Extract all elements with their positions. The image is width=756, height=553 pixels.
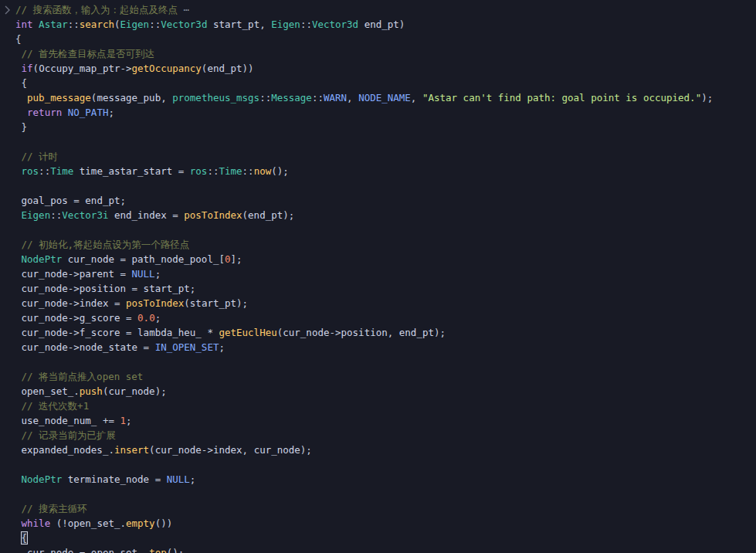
code-line[interactable]: { (15, 32, 756, 46)
code-token: . (120, 517, 126, 529)
code-token: , (161, 92, 172, 103)
code-token: position (341, 327, 388, 338)
code-line[interactable]: cur_node->f_score = lambda_heu_ * getEuc… (15, 325, 756, 340)
code-token: cur_node (22, 327, 68, 338)
code-token: (); (167, 547, 185, 553)
code-line[interactable]: // 初始化,将起始点设为第一个路径点 (15, 237, 756, 252)
code-token: :: (39, 165, 50, 177)
code-token: terminate_node (68, 473, 149, 485)
code-token (15, 63, 22, 74)
code-line[interactable]: cur_node->parent = NULL; (15, 266, 756, 281)
code-token (15, 517, 22, 529)
code-token: // 计时 (15, 151, 58, 162)
code-line[interactable]: // 搜索函数，输入为：起始点及终点 ⋯ (15, 2, 756, 17)
code-token: end_pt (399, 327, 434, 338)
code-token: -> (68, 327, 80, 338)
code-line[interactable] (15, 178, 756, 193)
code-token (15, 547, 27, 553)
code-token: search (80, 19, 114, 30)
code-token: NO_PATH (68, 107, 109, 118)
code-line[interactable]: // 迭代次数+1 (15, 399, 756, 413)
code-token: g_score (80, 312, 120, 324)
code-token: cur_node (68, 253, 114, 265)
code-line[interactable] (15, 487, 756, 501)
code-line[interactable]: // 搜索主循环 (15, 501, 756, 516)
code-line[interactable]: open_set_.push(cur_node); (15, 384, 756, 399)
code-line[interactable]: NodePtr terminate_node = NULL; (15, 472, 756, 487)
code-editor[interactable]: // 搜索函数，输入为：起始点及终点 ⋯int Astar::search(Ei… (0, 0, 756, 553)
code-token (108, 209, 114, 221)
code-line[interactable]: if(Occupy_map_ptr->getOccupancy(end_pt)) (15, 61, 756, 76)
code-line[interactable]: NodePtr cur_node = path_node_pool_[0]; (15, 252, 756, 266)
code-line[interactable] (15, 457, 756, 472)
code-token: end_pt (85, 195, 120, 206)
code-line[interactable] (15, 355, 756, 369)
code-line[interactable]: cur_node = open_set_.top(); (15, 545, 756, 553)
code-token: = (126, 283, 144, 294)
code-token: = (172, 165, 190, 177)
code-line[interactable]: goal_pos = end_pt; (15, 193, 756, 208)
code-line[interactable] (15, 134, 756, 149)
code-token: Vector3i (62, 209, 108, 221)
code-token: // 搜索函数，输入为：起始点及终点 (15, 4, 178, 15)
code-token: :: (259, 92, 271, 103)
code-token: Eigen (120, 19, 150, 30)
code-token: index (213, 444, 242, 456)
code-token: { (15, 77, 27, 89)
code-line[interactable]: // 将当前点推入open set (15, 369, 756, 384)
code-token: Message (271, 92, 312, 103)
code-token: 0 (225, 253, 231, 265)
code-token: , (411, 92, 422, 103)
code-token: Astar (39, 19, 68, 30)
code-line[interactable]: while (!open_set_.empty()) (15, 516, 756, 531)
code-token: insert (114, 444, 149, 456)
code-token (15, 253, 22, 265)
code-token: end_pt (207, 63, 242, 74)
code-token: -> (202, 444, 213, 456)
code-line[interactable]: // 记录当前为已扩展 (15, 428, 756, 443)
code-token: int (15, 19, 33, 30)
code-token: = (114, 253, 132, 265)
code-line[interactable]: use_node_num_ += 1; (15, 413, 756, 428)
code-line[interactable]: expanded_nodes_.insert(cur_node->index, … (15, 443, 756, 457)
code-line[interactable]: cur_node->index = posToIndex(start_pt); (15, 296, 756, 310)
code-line[interactable] (15, 222, 756, 237)
fold-chevron-icon[interactable] (2, 5, 12, 15)
code-line[interactable]: cur_node->g_score = 0.0; (15, 310, 756, 325)
fold-ellipsis[interactable]: ⋯ (178, 4, 189, 15)
code-line[interactable]: return NO_PATH; (15, 105, 756, 120)
code-token: NULL (167, 473, 190, 485)
code-line[interactable]: int Astar::search(Eigen::Vector3d start_… (15, 17, 756, 32)
code-line[interactable]: // 计时 (15, 149, 756, 164)
code-line[interactable]: ros::Time time_astar_start = ros::Time::… (15, 164, 756, 178)
code-token: "Astar can't find path: goal point is oc… (422, 92, 701, 103)
code-area[interactable]: // 搜索函数，输入为：起始点及终点 ⋯int Astar::search(Ei… (15, 2, 756, 553)
code-line[interactable]: { (15, 76, 756, 90)
code-line[interactable]: Eigen::Vector3i end_index = posToIndex(e… (15, 208, 756, 222)
code-token: position (80, 283, 126, 294)
code-token: empty (126, 517, 155, 529)
code-line[interactable]: { (15, 531, 756, 545)
code-token: NodePtr (22, 473, 63, 485)
code-token: -> (68, 312, 80, 324)
code-token: { (15, 33, 22, 45)
code-token (73, 165, 80, 177)
code-line[interactable]: } (15, 120, 756, 134)
chevron-right-icon (2, 5, 12, 15)
code-token: ); (300, 444, 312, 456)
code-token: index (80, 297, 109, 309)
code-line[interactable]: // 首先检查目标点是否可到达 (15, 46, 756, 61)
code-token: Vector3d (312, 19, 358, 30)
code-token: getOccupancy (132, 63, 202, 74)
code-token: -> (68, 341, 80, 353)
code-token: = (73, 547, 91, 553)
code-token: :: (50, 209, 62, 221)
code-token: ); (701, 92, 713, 103)
code-token: cur_node (22, 268, 68, 280)
code-line[interactable]: cur_node->position = start_pt; (15, 281, 756, 296)
code-token: ( (242, 209, 249, 221)
code-line[interactable]: pub_message(message_pub, prometheus_msgs… (15, 90, 756, 105)
code-token: ) (399, 19, 405, 30)
code-token: = (108, 297, 126, 309)
code-line[interactable]: cur_node->node_state = IN_OPEN_SET; (15, 340, 756, 355)
